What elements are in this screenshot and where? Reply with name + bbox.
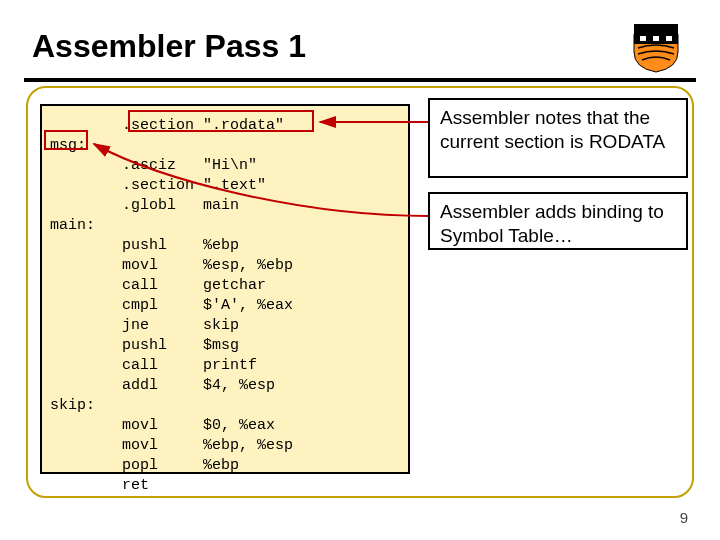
code-line: call getchar [50,277,266,294]
title-underline [24,78,696,82]
code-line: ret [50,477,149,494]
code-line: pushl %ebp [50,237,239,254]
code-label-skip: skip: [50,397,95,414]
code-line: cmpl $'A', %eax [50,297,293,314]
page-title: Assembler Pass 1 [32,28,306,65]
code-line: .section ".rodata" [50,117,284,134]
princeton-shield-icon [628,22,684,74]
code-line: popl %ebp [50,457,239,474]
code-line: movl %ebp, %esp [50,437,293,454]
code-line: movl %esp, %ebp [50,257,293,274]
svg-rect-1 [640,36,646,41]
note-symbol-table: Assembler adds binding to Symbol Table… [428,192,688,250]
code-line: .globl main [50,197,239,214]
code-line: .asciz "Hi\n" [50,157,257,174]
code-line: movl $0, %eax [50,417,275,434]
page-number: 9 [680,509,688,526]
code-line: call printf [50,357,257,374]
code-line: addl $4, %esp [50,377,275,394]
code-label-msg: msg: [50,137,86,154]
code-label-main: main: [50,217,95,234]
code-line: .section ".text" [50,177,266,194]
code-line: pushl $msg [50,337,239,354]
svg-rect-0 [634,24,678,34]
note-rodata-section: Assembler notes that the current section… [428,98,688,178]
assembly-code-box: .section ".rodata" msg: .asciz "Hi\n" .s… [40,104,410,474]
svg-rect-3 [666,36,672,41]
assembly-code: .section ".rodata" msg: .asciz "Hi\n" .s… [50,116,400,496]
svg-rect-2 [653,36,659,41]
code-line: jne skip [50,317,239,334]
